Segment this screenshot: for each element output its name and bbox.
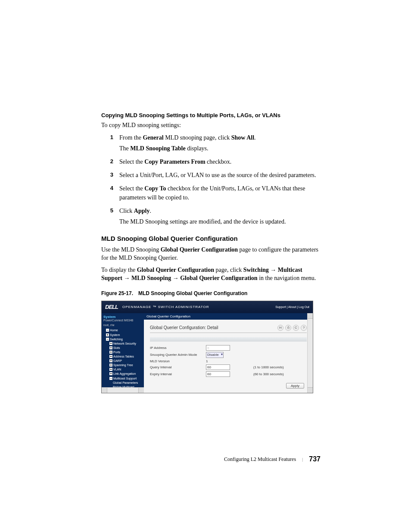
app-header: DELL OPENMANAGE ™ SWITCH ADMINISTRATOR S… bbox=[102, 301, 313, 313]
step-item: 2Select the Copy Parameters From checkbo… bbox=[101, 157, 321, 168]
toolbar-icon[interactable]: ⎙ bbox=[285, 325, 291, 331]
tree-label: Multicast Support bbox=[113, 377, 137, 380]
step-item: 1From the General MLD snooping page, cli… bbox=[101, 133, 321, 155]
sidebar-system: System bbox=[103, 315, 143, 319]
sidebar-model: PowerConnect M6348 bbox=[103, 319, 143, 322]
expand-icon[interactable]: − bbox=[109, 377, 112, 380]
step-body: From the General MLD snooping page, clic… bbox=[119, 133, 321, 155]
figure-caption: Figure 25-17. MLD Snooping Global Querie… bbox=[101, 290, 321, 296]
tree-label: GARP bbox=[113, 359, 122, 362]
step-body: Select a Unit/Port, LAG, or VLAN to use … bbox=[119, 171, 321, 181]
form-select[interactable]: Disable bbox=[206, 352, 224, 358]
step-line: The MLD Snooping Table displays. bbox=[119, 144, 321, 153]
tree-label: System bbox=[110, 333, 120, 336]
sidebar-scroll-h[interactable] bbox=[102, 387, 144, 393]
step-body: Click Apply.The MLD Snooping settings ar… bbox=[119, 206, 321, 228]
step-number: 1 bbox=[101, 133, 119, 142]
step-number: 5 bbox=[101, 206, 119, 215]
tree-label: Address Tables bbox=[113, 355, 134, 358]
expand-icon[interactable]: + bbox=[109, 342, 112, 345]
expand-icon[interactable]: + bbox=[109, 355, 112, 358]
expand-icon[interactable]: + bbox=[109, 364, 112, 367]
tree-node[interactable]: −Switching bbox=[103, 337, 143, 341]
tree-label: Global Parameters bbox=[113, 381, 138, 384]
tree-node[interactable]: −Home bbox=[103, 328, 143, 333]
tree-label: Spanning Tree bbox=[113, 364, 133, 367]
action-icons: H⎙C? bbox=[277, 325, 307, 331]
tree-node[interactable]: +GARP bbox=[103, 359, 143, 363]
tree-node[interactable]: +Spanning Tree bbox=[103, 363, 143, 367]
toolbar-icon[interactable]: ? bbox=[301, 325, 307, 331]
dell-logo: DELL bbox=[105, 304, 118, 310]
step-line: The MLD Snooping settings are modified, … bbox=[119, 217, 321, 226]
expand-icon[interactable]: + bbox=[109, 351, 112, 354]
form-label: Query Interval bbox=[150, 365, 206, 369]
nav-tree[interactable]: −Home+System−Switching+Network Security+… bbox=[103, 328, 143, 393]
toolbar-icon[interactable]: H bbox=[277, 325, 283, 331]
step-item: 5Click Apply.The MLD Snooping settings a… bbox=[101, 206, 321, 228]
tree-node[interactable]: +System bbox=[103, 333, 143, 337]
step-line: Click Apply. bbox=[119, 206, 321, 215]
tree-label: VLAN bbox=[113, 368, 121, 371]
main-panel: Global Querier Configuration Global Quer… bbox=[144, 313, 313, 393]
form-label: IP Address bbox=[150, 346, 206, 350]
main-scroll-v[interactable] bbox=[307, 313, 313, 393]
tree-node[interactable]: +Address Tables bbox=[103, 355, 143, 359]
footer-sep: | bbox=[302, 457, 303, 462]
expand-icon[interactable]: + bbox=[109, 359, 112, 362]
step-number: 3 bbox=[101, 171, 119, 179]
tree-label: Network Security bbox=[113, 342, 136, 345]
form-label: MLD Version bbox=[150, 359, 206, 363]
para-querier-2: To display the Global Querier Configurat… bbox=[101, 266, 321, 283]
step-number: 2 bbox=[101, 157, 119, 166]
tree-label: Home bbox=[110, 329, 118, 332]
tree-node[interactable]: −Multicast Support bbox=[103, 376, 143, 380]
tree-label: Switching bbox=[110, 338, 123, 341]
expand-icon[interactable]: − bbox=[106, 338, 109, 341]
para-querier-1: Use the MLD Snooping Global Querier Conf… bbox=[101, 246, 321, 262]
apply-button[interactable]: Apply bbox=[286, 383, 304, 389]
form-input[interactable]: 60 bbox=[206, 371, 230, 377]
footer-chapter: Configuring L2 Multicast Features bbox=[224, 456, 296, 463]
form-row: IP Address:: bbox=[150, 345, 307, 351]
intro-text: To copy MLD snooping settings: bbox=[101, 121, 321, 130]
sidebar-user: root, r/w bbox=[103, 324, 143, 327]
toolbar-icon[interactable]: C bbox=[293, 325, 299, 331]
footer-page-number: 737 bbox=[309, 455, 321, 463]
page-footer: Configuring L2 Multicast Features | 737 bbox=[224, 455, 321, 463]
header-links[interactable]: Support | About | Log Out bbox=[275, 305, 309, 308]
form-row: Query Interval60(1 to 1800 seconds) bbox=[150, 364, 307, 370]
tree-node[interactable]: +Network Security bbox=[103, 341, 143, 345]
step-item: 3Select a Unit/Port, LAG, or VLAN to use… bbox=[101, 171, 321, 181]
step-body: Select the Copy To checkbox for the Unit… bbox=[119, 184, 321, 204]
section-heading-querier: MLD Snooping Global Querier Configuratio… bbox=[101, 235, 321, 242]
steps-list: 1From the General MLD snooping page, cli… bbox=[101, 133, 321, 228]
expand-icon[interactable]: + bbox=[106, 333, 109, 336]
tree-label: Slots bbox=[113, 346, 120, 349]
step-line: Select the Copy To checkbox for the Unit… bbox=[119, 184, 321, 202]
tree-node[interactable]: Global Parameters bbox=[103, 380, 143, 385]
expand-icon[interactable]: + bbox=[109, 346, 112, 349]
expand-icon[interactable]: + bbox=[109, 372, 112, 375]
subheading-copy: Copying MLD Snooping Settings to Multipl… bbox=[101, 112, 321, 118]
form-label: Expiry Interval bbox=[150, 372, 206, 376]
form-input[interactable]: 60 bbox=[206, 364, 230, 370]
expand-icon[interactable]: − bbox=[106, 329, 109, 332]
expand-icon[interactable]: + bbox=[109, 368, 112, 371]
step-item: 4Select the Copy To checkbox for the Uni… bbox=[101, 184, 321, 204]
form-row: Snooping Querier Admin ModeDisable bbox=[150, 352, 307, 358]
tree-node[interactable]: +Link Aggregation bbox=[103, 372, 143, 376]
form-label: Snooping Querier Admin Mode bbox=[150, 353, 206, 357]
tree-label: Link Aggregation bbox=[113, 372, 136, 375]
tree-node[interactable]: +Slots bbox=[103, 345, 143, 350]
step-body: Select the Copy Parameters From checkbox… bbox=[119, 157, 321, 168]
form-row: Expiry Interval60(60 to 300 seconds) bbox=[150, 371, 307, 377]
form-hint: (1 to 1800 seconds) bbox=[253, 365, 284, 369]
form-hint: (60 to 300 seconds) bbox=[253, 372, 284, 376]
tree-node[interactable]: +Ports bbox=[103, 350, 143, 354]
app-title: OPENMANAGE ™ SWITCH ADMINISTRATOR bbox=[122, 305, 209, 309]
screenshot-container: DELL OPENMANAGE ™ SWITCH ADMINISTRATOR S… bbox=[101, 301, 313, 393]
nav-sidebar[interactable]: System PowerConnect M6348 root, r/w −Hom… bbox=[102, 313, 144, 393]
form-input[interactable]: :: bbox=[206, 345, 230, 351]
tree-node[interactable]: +VLAN bbox=[103, 367, 143, 372]
